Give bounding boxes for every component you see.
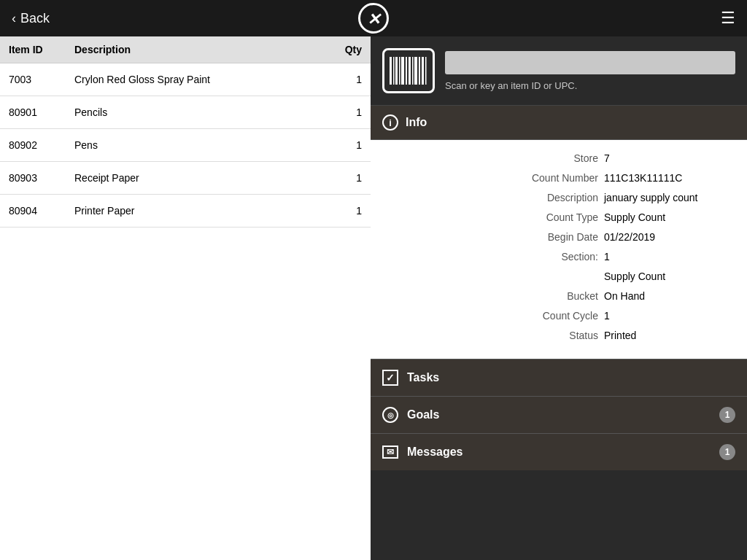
info-value-description: january supply count [604,190,735,206]
qty-cell: 1 [333,74,362,85]
col-header-description: Description [74,44,333,55]
info-body: Store 7 Count Number 111C13K11111C Descr… [371,140,747,359]
info-label-count-type: Count Type [518,210,598,225]
info-label-store: Store [518,151,598,166]
scan-input[interactable] [445,51,735,74]
svg-rect-10 [422,57,424,85]
info-label-count-cycle: Count Cycle [518,308,598,324]
info-value-bucket: On Hand [604,289,735,304]
info-value-supply-count: Supply Count [604,269,735,284]
tasks-label: Tasks [407,371,439,384]
info-row-count-type: Count Type Supply Count [382,208,735,228]
col-header-item-id: Item ID [9,44,74,55]
table-row[interactable]: 80901 Pencils 1 [0,96,371,129]
description-cell: Printer Paper [74,205,333,217]
messages-label: Messages [407,446,463,459]
qty-cell: 1 [333,205,362,217]
messages-badge: 1 [719,444,735,460]
info-row-count-cycle: Count Cycle 1 [382,306,735,326]
description-cell: Receipt Paper [74,172,333,184]
goals-section: ◎ Goals 1 [371,396,747,433]
goals-header[interactable]: ◎ Goals 1 [371,397,747,433]
svg-rect-9 [419,57,420,85]
main-content: Item ID Description Qty 7003 Crylon Red … [0,36,747,560]
info-row-count-number: Count Number 111C13K11111C [382,168,735,188]
info-value-status: Printed [604,328,735,343]
info-section-label: Info [406,116,427,129]
scanner-right: Scan or key an item ID or UPC. [445,51,735,91]
right-panel: Scan or key an item ID or UPC. i Info St… [371,36,747,560]
table-row[interactable]: 80902 Pens 1 [0,129,371,162]
back-button[interactable]: ‹ Back [12,11,50,26]
info-row-status: Status Printed [382,326,735,346]
info-row-begin-date: Begin Date 01/22/2019 [382,228,735,247]
tasks-section: ✓ Tasks [371,359,747,396]
app-header: ‹ Back ✕ ☰ [0,0,747,36]
svg-rect-2 [395,57,398,85]
info-row-section: Section: 1 [382,247,735,267]
qty-cell: 1 [333,106,362,118]
info-section-header: i Info [371,106,747,140]
messages-icon: ✉ [382,446,398,459]
info-section: i Info Store 7 Count Number 111C13K11111… [371,106,747,359]
menu-icon[interactable]: ☰ [721,9,735,28]
info-value-begin-date: 01/22/2019 [604,230,735,245]
info-value-count-cycle: 1 [604,308,735,324]
messages-left: ✉ Messages [382,446,463,459]
goals-left: ◎ Goals [382,407,439,423]
item-id-cell: 80904 [9,205,74,217]
goals-icon: ◎ [382,407,398,423]
qty-cell: 1 [333,172,362,184]
item-id-cell: 80902 [9,139,74,151]
barcode-icon [382,48,435,93]
info-label-section: Section: [518,249,598,265]
info-value-section: 1 [604,249,735,265]
svg-rect-11 [425,57,427,85]
x-logo-circle: ✕ [358,3,389,34]
info-row-supply-count: Supply Count [382,267,735,287]
table-row[interactable]: 80904 Printer Paper 1 [0,195,371,228]
info-value-count-type: Supply Count [604,210,735,225]
barcode-svg [390,57,427,85]
info-label-status: Status [518,328,598,343]
info-label-count-number: Count Number [518,171,598,186]
description-cell: Pens [74,139,333,151]
info-label-begin-date: Begin Date [518,230,598,245]
tasks-icon: ✓ [382,370,398,386]
info-icon: i [382,114,398,131]
svg-rect-7 [412,57,414,85]
table-header-row: Item ID Description Qty [0,36,371,63]
svg-rect-5 [406,57,407,85]
description-cell: Pencils [74,106,333,118]
info-value-count-number: 111C13K11111C [604,171,735,186]
app-logo: ✕ [358,3,389,34]
tasks-left: ✓ Tasks [382,370,439,386]
goals-badge: 1 [719,407,735,423]
info-row-store: Store 7 [382,149,735,168]
qty-cell: 1 [333,139,362,151]
item-id-cell: 7003 [9,74,74,85]
info-label-supply-count [518,269,598,284]
tasks-header[interactable]: ✓ Tasks [371,359,747,396]
goals-label: Goals [407,408,439,421]
table-row[interactable]: 80903 Receipt Paper 1 [0,162,371,195]
info-label-description: Description [518,190,598,206]
svg-rect-4 [401,57,404,85]
col-header-qty: Qty [333,44,362,55]
info-value-store: 7 [604,151,735,166]
info-row-description: Description january supply count [382,188,735,208]
item-id-cell: 80901 [9,106,74,118]
scanner-section: Scan or key an item ID or UPC. [371,36,747,106]
back-arrow-icon: ‹ [12,11,16,26]
messages-header[interactable]: ✉ Messages 1 [371,434,747,470]
scan-hint: Scan or key an item ID or UPC. [445,80,735,91]
table-row[interactable]: 7003 Crylon Red Gloss Spray Paint 1 [0,63,371,96]
items-table-panel: Item ID Description Qty 7003 Crylon Red … [0,36,371,560]
svg-rect-0 [390,57,392,85]
info-row-bucket: Bucket On Hand [382,287,735,306]
item-id-cell: 80903 [9,172,74,184]
messages-section: ✉ Messages 1 [371,433,747,470]
description-cell: Crylon Red Gloss Spray Paint [74,74,333,85]
info-label-bucket: Bucket [518,289,598,304]
back-label: Back [20,11,50,26]
